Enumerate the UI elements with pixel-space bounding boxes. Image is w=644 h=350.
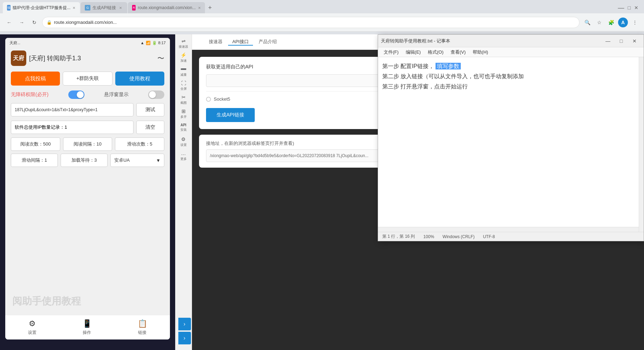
tool-settings[interactable]: ⚙ 设置 [177,135,190,148]
signal-icon: 📶 [146,41,151,45]
test-button[interactable]: 测试 [136,103,164,116]
tab-product[interactable]: 产品介绍 [254,39,281,46]
browser-chrome: 猫 猫IP代理-企业级HTTP服务提... ✕ G 生成API链接 ✕ R ro… [0,0,644,34]
bookmark-btn[interactable]: ☆ [594,18,604,27]
new-tab-button[interactable]: + [206,4,214,12]
notepad-line1: 第一步 配置IP链接， 填写参数 [382,61,639,72]
float-label: 悬浮窗显示 [104,92,129,98]
status-icons: ▲ 📶 🔋 8:17 [141,41,166,45]
app-logo-text: 天府 [13,55,24,62]
group-button[interactable]: +群防失联 [63,72,112,86]
menu-btn[interactable]: ⋮ [630,18,640,27]
app-header: 天府 [天府] 转阅助手1.3 〜 [5,48,170,69]
forward-button[interactable]: → [17,18,27,27]
line1-prefix: 第一步 配置IP链接， [382,63,434,69]
install-icon: API [180,123,186,127]
back-button[interactable]: ← [4,18,14,27]
ua-dropdown[interactable]: 安卓UA ▼ [110,154,164,167]
tab-1-close[interactable]: ✕ [73,5,76,10]
address-bar[interactable]: 🔒 route.xiongmaodaili.com/xion... [42,17,580,28]
maximize-btn[interactable]: □ [626,5,632,11]
tab-2[interactable]: G 生成API链接 ✕ [81,2,127,13]
nav-chain[interactable]: 📋 链接 [138,319,147,336]
expand-right-btn[interactable]: › [178,318,191,330]
extension-btn[interactable]: 🧩 [606,18,616,27]
api-input-field[interactable] [11,103,133,116]
chain-icon: 📋 [138,319,147,328]
tutorial-button[interactable]: 使用教程 [115,72,164,86]
tab-2-label: 生成API链接 [93,5,116,11]
api-input-row: 测试 [5,101,170,119]
generate-api-btn[interactable]: 生成API链接 [206,108,255,122]
load-wait-box: 加载等待：3 [61,154,108,167]
tab-3-favicon: R [132,5,136,11]
read-count-box: 阅读次数：500 [11,137,60,151]
notepad-menu-file[interactable]: 文件(F) [381,48,402,56]
tool-relay[interactable]: ⇌ 接速器 [177,37,190,50]
nav-operation[interactable]: 📱 操作 [82,319,92,336]
notepad-menu-view[interactable]: 查看(V) [448,48,468,56]
nav-settings[interactable]: ⚙ 设置 [28,319,36,336]
tab-1-favicon: 猫 [7,5,11,11]
line1-highlight: 填写参数 [436,63,461,69]
speed-icon: ⚡ [180,52,186,58]
notepad-menu-format[interactable]: 格式(O) [425,48,446,56]
tool-install[interactable]: API 安装 [177,121,190,134]
float-toggle[interactable] [148,90,164,99]
page-header-tabs: 接速器 API接口 产品介绍 [199,39,287,46]
notepad-close[interactable]: ✕ [628,36,641,46]
tool-fullscreen[interactable]: ⛶ 全屏 [177,79,190,92]
notepad-window: 天府转阅助手使用教程.txt - 记事本 — □ ✕ 文件(F) 编辑(E) 格… [378,34,644,241]
param-row-2: 滑动间隔：1 加载等待：3 安卓UA ▼ [5,152,170,168]
refresh-button[interactable]: ↻ [29,18,39,27]
app-logo: 天府 [11,51,26,66]
notepad-menu-edit[interactable]: 编辑(E) [403,48,424,56]
tool-multi[interactable]: ⊞ 多开 [177,107,190,120]
phone-simulator: 天府... ▲ 📶 🔋 8:17 天府 [天府] 转阅助手1.3 〜 [5,38,170,339]
tab-2-favicon: G [85,5,90,11]
notepad-scroll-y[interactable] [639,57,644,232]
count-row: 软件总使用IP数量记录：1 清空 [5,119,170,136]
browser-actions: 🔍 ☆ 🧩 A ⋮ [582,18,640,27]
tool-speed[interactable]: ⚡ 加速 [177,51,190,64]
no-limit-toggle[interactable] [68,90,84,99]
tool-more[interactable]: … 更多 [177,149,190,162]
multi-icon: ⊞ [181,108,186,114]
notepad-maximize[interactable]: □ [615,36,628,46]
notepad-menu-bar: 文件(F) 编辑(E) 格式(O) 查看(V) 帮助(H) [378,47,644,57]
tab-api[interactable]: API接口 [228,39,253,46]
app-logo-area: 天府 [天府] 转阅助手1.3 [11,51,81,66]
tab-3-label: route.xiongmaodaili.com/xion... [138,5,196,10]
notepad-title-bar: 天府转阅助手使用教程.txt - 记事本 — □ ✕ [378,35,644,47]
close-browser-btn[interactable]: ✕ [633,5,640,11]
scroll-interval-box: 滑动间隔：1 [11,154,58,167]
settings-icon: ⚙ [29,319,36,328]
operation-icon: 📱 [82,319,92,328]
profile-btn[interactable]: A [618,18,628,27]
minimize-btn[interactable]: — [617,4,626,12]
no-limit-knob [77,91,84,98]
notepad-scroll-x[interactable] [378,227,639,232]
wifi-icon: ▲ [141,41,144,45]
tool-reduce[interactable]: ➖ 减量 [177,65,190,78]
zoom-btn[interactable]: 🔍 [582,18,592,27]
socket5-radio[interactable] [206,97,211,102]
expand-right-btn-2[interactable]: › [178,332,191,344]
post-button[interactable]: 点我投稿 [11,72,60,86]
tool-screenshot[interactable]: ✂ 截图 [177,93,190,106]
no-limit-label: 无障碍权限(必开) [11,92,48,98]
relay-icon: ⇌ [181,38,186,44]
tab-3[interactable]: R route.xiongmaodaili.com/xion... ✕ [128,2,205,13]
tab-1[interactable]: 猫 猫IP代理-企业级HTTP服务提... ✕ [3,2,80,13]
count-display: 软件总使用IP数量记录：1 [11,121,133,134]
notepad-content: 第一步 配置IP链接， 填写参数 第二步 放入链接（可以从文件导入，也可也手动复… [378,57,644,232]
tab-2-close[interactable]: ✕ [118,5,123,10]
notepad-menu-help[interactable]: 帮助(H) [470,48,491,56]
toggle-row: 无障碍权限(必开) 悬浮窗显示 [5,88,170,101]
tab-relay[interactable]: 接速器 [205,39,227,46]
clear-button[interactable]: 清空 [136,121,164,134]
notepad-minimize[interactable]: — [602,36,614,46]
tab-1-label: 猫IP代理-企业级HTTP服务提... [13,5,70,11]
tab-3-close[interactable]: ✕ [198,5,201,10]
side-toolbar: ⇌ 接速器 ⚡ 加速 ➖ 减量 ⛶ 全屏 ✂ 截图 ⊞ 多开 [175,34,192,350]
